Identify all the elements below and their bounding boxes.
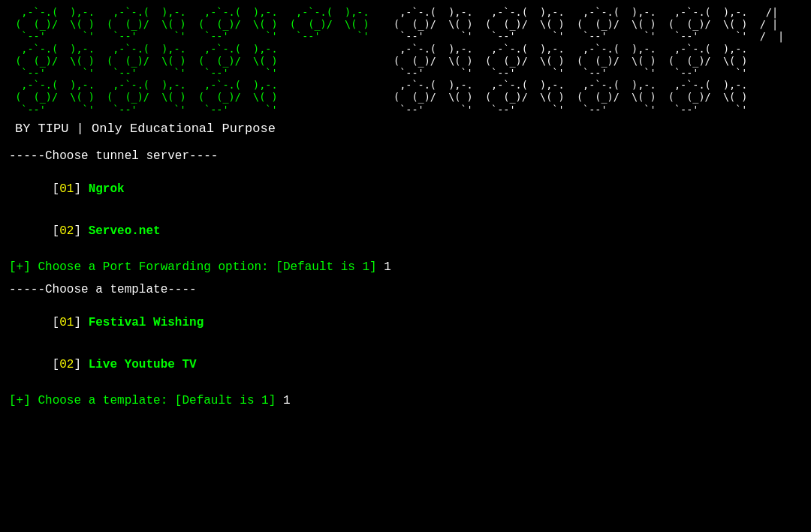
tunnel-option-1: [01] Ngrok <box>9 169 802 209</box>
port-prompt-bracket-open: [ <box>9 260 17 274</box>
banner-area: ,-`-.( ),-. ,-`-.( ),-. ,-`-.( ),-. ,-`-… <box>9 6 802 116</box>
template-bracket-open-2: [ <box>53 358 60 371</box>
option-label-2: Serveo.net <box>89 224 161 238</box>
bracket-close-1: ] <box>74 182 88 196</box>
template-prompt-plus: + <box>17 394 24 407</box>
template-section: -----Choose a template---- [01] Festival… <box>9 283 802 385</box>
option-number-1: 01 <box>59 182 74 196</box>
template-number-2: 02 <box>59 358 74 371</box>
template-prompt-bracket-close: ] <box>23 394 31 407</box>
template-prompt-value: 1 <box>276 394 290 407</box>
bracket-open-2: [ <box>53 224 60 238</box>
green-ascii: ,-`-.( ),-. ,-`-.( ),-. ,-`-.( ),-. ,-`-… <box>9 6 387 116</box>
template-label-2: Live Youtube TV <box>89 358 197 371</box>
template-bracket-close-2: ] <box>74 358 88 371</box>
template-prompt-line: [+] Choose a template: [Default is 1] 1 <box>9 394 802 407</box>
template-bracket-close-1: ] <box>74 316 88 329</box>
bracket-open-1: [ <box>53 182 60 196</box>
bracket-close-2: ] <box>74 224 88 238</box>
port-prompt-value: 1 <box>377 260 391 274</box>
tunnel-option-2: [02] Serveo.net <box>9 211 802 251</box>
option-label-1: Ngrok <box>89 182 125 196</box>
template-option-1: [01] Festival Wishing <box>9 302 802 343</box>
template-number-1: 01 <box>59 316 74 329</box>
port-prompt-bracket-close: ] <box>23 260 31 274</box>
port-prompt-line: [+] Choose a Port Forwarding option: [De… <box>9 260 802 274</box>
tunnel-section: -----Choose tunnel server---- [01] Ngrok… <box>9 149 802 251</box>
template-prompt-bracket-open: [ <box>9 394 17 407</box>
template-prompt-text: Choose a template: [Default is 1] <box>31 394 276 407</box>
terminal-window: ,-`-.( ),-. ,-`-.( ),-. ,-`-.( ),-. ,-`-… <box>0 0 811 532</box>
template-option-2: [02] Live Youtube TV <box>9 344 802 385</box>
white-ascii: ,-`-.( ),-. ,-`-.( ),-. ,-`-.( ),-. ,-`-… <box>387 6 784 116</box>
template-bracket-open-1: [ <box>53 316 60 329</box>
tunnel-header: -----Choose tunnel server---- <box>9 149 802 163</box>
template-header: -----Choose a template---- <box>9 283 802 296</box>
template-label-1: Festival Wishing <box>89 316 204 329</box>
port-prompt-plus: + <box>17 260 24 274</box>
subtitle-text: BY TIPU | Only Educational Purpose <box>9 122 802 136</box>
option-number-2: 02 <box>59 224 74 238</box>
port-prompt-text: Choose a Port Forwarding option: [Defaul… <box>31 260 377 274</box>
